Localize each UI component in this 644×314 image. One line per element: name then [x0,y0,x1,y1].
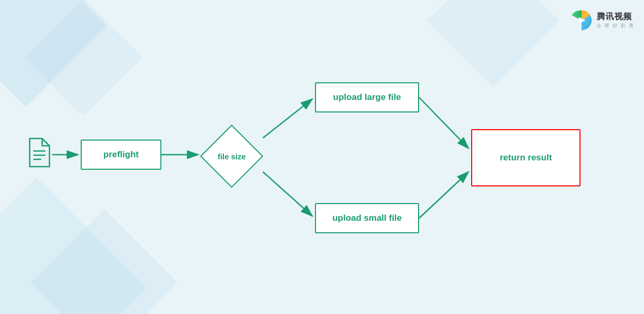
diagram-container: preflight file size upload large file up… [0,0,644,314]
svg-line-4 [263,99,312,138]
file-size-label: file size [200,130,263,182]
return-result-node: return result [471,129,580,186]
upload-large-label: upload large file [333,92,401,103]
preflight-node: preflight [81,140,161,170]
upload-small-label: upload small file [332,213,401,223]
file-document-icon [26,137,50,168]
upload-large-node: upload large file [315,82,419,112]
svg-line-7 [419,172,469,218]
file-size-node: file size [200,130,263,182]
return-result-label: return result [500,153,552,163]
preflight-label: preflight [104,149,139,160]
upload-small-node: upload small file [315,203,419,233]
svg-line-6 [419,97,469,148]
svg-line-5 [263,172,312,216]
file-icon-node [23,135,52,169]
